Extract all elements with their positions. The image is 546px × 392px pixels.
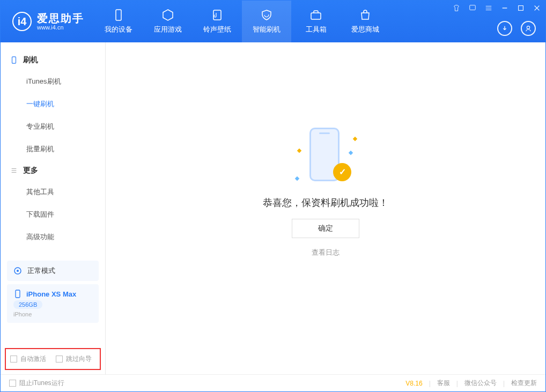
sidebar-item-other-tools[interactable]: 其他工具 — [1, 181, 105, 203]
nav-tab-my-device[interactable]: 我的设备 — [94, 1, 143, 42]
user-profile-icon[interactable] — [521, 21, 536, 36]
device-name: iPhone XS Max — [26, 290, 76, 298]
window-controls — [452, 4, 541, 12]
sidebar-item-oneclick-flash[interactable]: 一键刷机 — [1, 93, 105, 115]
sidebar-item-batch-flash[interactable]: 批量刷机 — [1, 138, 105, 160]
svg-point-5 — [527, 26, 529, 29]
device-storage-badge: 256GB — [13, 300, 42, 309]
app-url: www.i4.cn — [37, 24, 84, 31]
svg-rect-4 — [519, 6, 523, 11]
skip-guide-checkbox[interactable]: 跳过向导 — [56, 354, 92, 364]
nav-tab-apps-games[interactable]: 应用游戏 — [143, 1, 193, 42]
svg-rect-0 — [116, 10, 121, 20]
app-header: i4 爱思助手 www.i4.cn 我的设备 应用游戏 铃声壁纸 智能刷机 工具… — [1, 1, 545, 42]
sidebar-section-flash: 刷机 — [1, 50, 105, 70]
cube-icon — [161, 9, 174, 21]
flash-options-box: 自动激活 跳过向导 — [5, 348, 101, 370]
minimize-button[interactable] — [500, 4, 509, 12]
footer-link-check-update[interactable]: 检查更新 — [511, 379, 537, 388]
footer-link-wechat[interactable]: 微信公众号 — [464, 379, 497, 388]
mode-icon — [13, 267, 22, 275]
status-bar: 阻止iTunes运行 V8.16 | 客服 | 微信公众号 | 检查更新 — [1, 374, 545, 391]
nav-tab-ringtones-wallpapers[interactable]: 铃声壁纸 — [193, 1, 242, 42]
version-label: V8.16 — [405, 380, 422, 387]
device-type: iPhone — [13, 311, 32, 317]
success-illustration: ✓ — [293, 128, 358, 187]
sidebar-item-pro-flash[interactable]: 专业刷机 — [1, 115, 105, 138]
view-log-link[interactable]: 查看日志 — [312, 248, 340, 257]
close-button[interactable] — [533, 4, 541, 12]
svg-point-8 — [17, 270, 19, 272]
device-mode-label: 正常模式 — [27, 266, 55, 276]
main-content: ✓ 恭喜您，保资料刷机成功啦！ 确定 查看日志 — [106, 42, 545, 374]
ok-button[interactable]: 确定 — [292, 219, 359, 238]
logo-area: i4 爱思助手 www.i4.cn — [1, 12, 94, 31]
download-icon[interactable] — [497, 21, 512, 36]
skin-icon[interactable] — [452, 4, 461, 12]
shopping-bag-icon — [359, 9, 372, 21]
nav-tab-smart-flash[interactable]: 智能刷机 — [242, 1, 291, 42]
svg-rect-9 — [16, 290, 20, 298]
phone-small-icon — [13, 290, 22, 298]
sidebar-item-itunes-flash[interactable]: iTunes刷机 — [1, 70, 105, 93]
device-info-row[interactable]: iPhone XS Max 256GB iPhone — [7, 284, 99, 323]
list-icon — [10, 167, 18, 174]
svg-rect-2 — [311, 13, 321, 19]
app-title: 爱思助手 — [37, 12, 84, 24]
phone-icon — [10, 56, 18, 64]
header-action-icons — [497, 21, 536, 36]
toolbox-icon — [309, 9, 322, 21]
device-panel: 正常模式 iPhone XS Max 256GB iPhone — [7, 261, 99, 326]
footer-link-support[interactable]: 客服 — [437, 379, 450, 388]
sidebar-item-advanced[interactable]: 高级功能 — [1, 226, 105, 248]
checkmark-icon: ✓ — [333, 163, 351, 181]
app-logo-icon: i4 — [12, 12, 32, 31]
svg-rect-3 — [470, 5, 476, 10]
maximize-button[interactable] — [517, 4, 525, 12]
sidebar-item-download-firmware[interactable]: 下载固件 — [1, 203, 105, 226]
device-icon — [112, 9, 125, 21]
success-message: 恭喜您，保资料刷机成功啦！ — [263, 196, 388, 209]
sidebar: 刷机 iTunes刷机 一键刷机 专业刷机 批量刷机 更多 其他工具 下载固件 … — [1, 42, 106, 374]
music-note-icon — [211, 9, 224, 21]
svg-rect-6 — [12, 57, 16, 63]
refresh-shield-icon — [260, 9, 273, 21]
main-nav: 我的设备 应用游戏 铃声壁纸 智能刷机 工具箱 爱思商城 — [94, 1, 390, 42]
auto-activate-checkbox[interactable]: 自动激活 — [10, 354, 46, 364]
device-mode-row[interactable]: 正常模式 — [7, 261, 99, 281]
prevent-itunes-checkbox[interactable]: 阻止iTunes运行 — [9, 379, 64, 388]
nav-tab-toolbox[interactable]: 工具箱 — [291, 1, 341, 42]
sidebar-section-more: 更多 — [1, 160, 105, 181]
feedback-icon[interactable] — [468, 4, 477, 12]
nav-tab-store[interactable]: 爱思商城 — [341, 1, 390, 42]
menu-icon[interactable] — [484, 4, 493, 12]
